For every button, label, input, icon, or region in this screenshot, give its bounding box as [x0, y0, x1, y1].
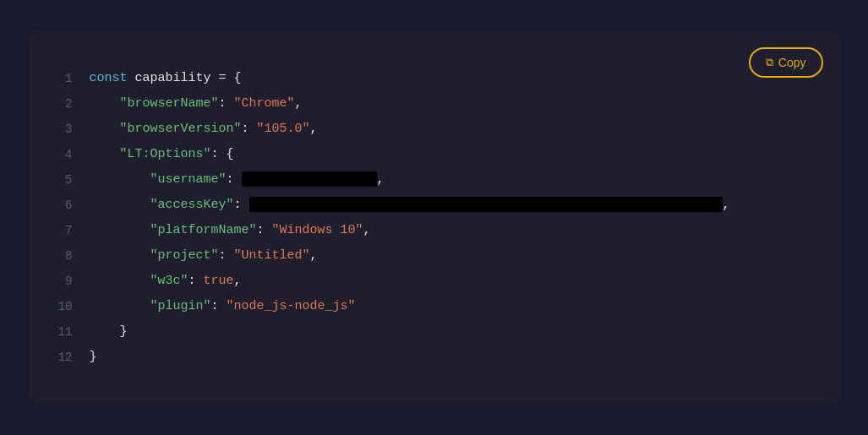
code-line: 1 const capability = { [46, 66, 815, 91]
copy-icon: ⧉ [766, 56, 773, 69]
line-number: 12 [46, 345, 73, 369]
line-number: 10 [46, 295, 73, 318]
line-number: 5 [46, 168, 73, 192]
line-number: 3 [46, 117, 73, 141]
code-line: 12 } [46, 345, 815, 370]
code-line: 2 "browserName": "Chrome", [46, 91, 815, 117]
line-number: 11 [46, 320, 73, 344]
code-line: 5 "username": , [46, 167, 815, 193]
code-content: 1 const capability = { 2 "browserName": … [29, 49, 840, 378]
line-number: 2 [46, 92, 73, 116]
line-number: 1 [46, 67, 73, 90]
line-number: 4 [46, 143, 73, 166]
line-number: 9 [46, 269, 73, 293]
code-line: 8 "project": "Untitled", [46, 243, 815, 269]
code-line: 9 "w3c": true, [46, 269, 815, 294]
code-block: ⧉ Copy 1 const capability = { 2 "browser… [29, 32, 840, 404]
code-line: 6 "accessKey": , [46, 193, 815, 218]
code-line: 10 "plugin": "node_js-node_js" [46, 294, 815, 319]
line-number: 8 [46, 244, 73, 268]
line-number: 6 [46, 193, 73, 217]
code-line: 4 "LT:Options": { [46, 142, 815, 167]
code-line: 3 "browserVersion": "105.0", [46, 117, 815, 142]
code-line: 7 "platformName": "Windows 10", [46, 218, 815, 243]
copy-label: Copy [778, 56, 806, 69]
code-line: 11 } [46, 319, 815, 345]
copy-button[interactable]: ⧉ Copy [749, 47, 823, 78]
line-number: 7 [46, 219, 73, 242]
